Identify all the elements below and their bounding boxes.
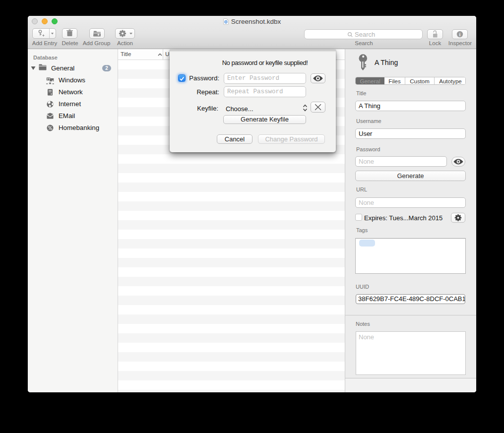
svg-text:i: i	[459, 32, 461, 37]
